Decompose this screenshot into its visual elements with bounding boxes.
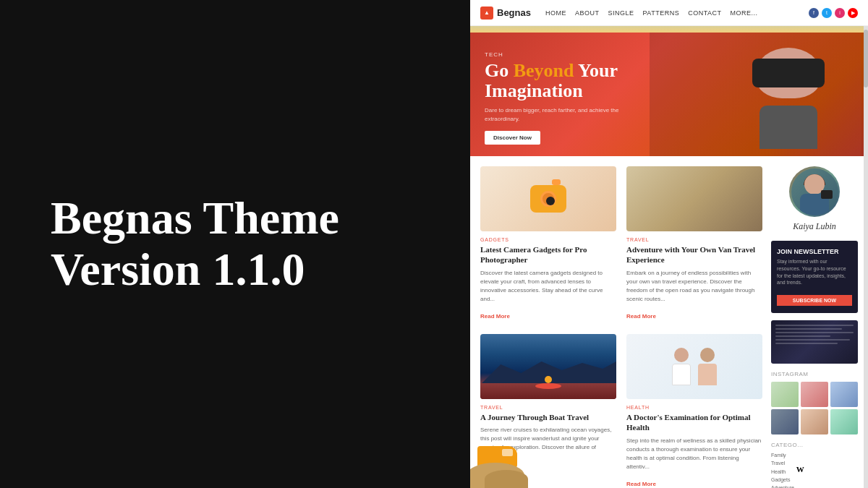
patient-figure xyxy=(698,348,717,385)
abstract-line-4 xyxy=(775,335,830,337)
left-panel: Begnas Theme Version 1.1.0 xyxy=(0,0,470,488)
browser-window: ▲ Begnas HOME ABOUT SINGLE PATTERNS CONT… xyxy=(470,0,868,488)
discover-now-button[interactable]: Discover Now xyxy=(485,131,540,145)
abstract-line-5 xyxy=(775,339,850,341)
post-card-1: GADGETS Latest Camera Gadgets for Pro Ph… xyxy=(480,166,616,324)
navbar-nav: HOME ABOUT SINGLE PATTERNS CONTACT MORE.… xyxy=(545,9,809,17)
abstract-line-1 xyxy=(775,325,854,326)
posts-grid: GADGETS Latest Camera Gadgets for Pro Ph… xyxy=(480,166,762,488)
brand-icon: ▲ xyxy=(480,7,493,20)
instagram-item-3[interactable] xyxy=(830,382,858,407)
vr-headset xyxy=(752,59,825,87)
post-4-read-more[interactable]: Read More xyxy=(626,481,656,487)
vr-body xyxy=(760,106,817,149)
post-2-category: TRAVEL xyxy=(626,237,762,242)
title-line-1: Begnas Theme xyxy=(51,192,339,244)
instagram-grid xyxy=(771,382,858,435)
river-bg xyxy=(480,334,616,399)
right-panel: ▲ Begnas HOME ABOUT SINGLE PATTERNS CONT… xyxy=(470,0,868,488)
nav-patterns[interactable]: PATTERNS xyxy=(643,9,680,17)
abstract-lines xyxy=(775,325,854,359)
scrollbar-thumb[interactable] xyxy=(864,30,868,87)
post-thumb-2 xyxy=(626,166,762,231)
camera-flash xyxy=(552,179,561,185)
instagram-item-2[interactable] xyxy=(801,382,828,407)
title-line-2: Version 1.1.0 xyxy=(51,244,305,295)
navbar: ▲ Begnas HOME ABOUT SINGLE PATTERNS CONT… xyxy=(470,0,868,26)
youtube-icon[interactable]: ▶ xyxy=(848,8,858,18)
nav-single[interactable]: SINGLE xyxy=(608,9,634,17)
newsletter-box: JOIN NEWSLETTER Stay informed with our r… xyxy=(771,241,858,313)
camera-lens-inner xyxy=(546,197,555,205)
post-thumb-1 xyxy=(480,166,616,231)
hero-title: Go Beyond YourImagination xyxy=(485,61,673,102)
post-2-excerpt: Embark on a journey of endless possibili… xyxy=(626,269,762,304)
hero-subtitle: Dare to dream bigger, reach farther, and… xyxy=(485,106,644,124)
author-name: Kaiya Lubin xyxy=(771,221,858,232)
navbar-social: f t i ▶ xyxy=(809,8,858,18)
brand-name: Begnas xyxy=(497,7,531,18)
patient-torso xyxy=(698,364,717,385)
author-person-image xyxy=(791,168,838,215)
author-card: Kaiya Lubin xyxy=(771,166,858,232)
hero-image xyxy=(716,26,861,156)
post-4-category: HEALTH xyxy=(626,405,762,410)
author-avatar xyxy=(789,166,840,217)
hero-title-highlight: Beyond xyxy=(514,60,574,81)
post-card-4: HEALTH A Doctor's Examination for Optima… xyxy=(626,334,762,488)
camera-lens xyxy=(540,191,556,207)
kayak-paddler xyxy=(545,376,552,383)
vr-person xyxy=(731,33,846,149)
categories-label: CATEGO... xyxy=(771,442,858,448)
sidebar: Kaiya Lubin JOIN NEWSLETTER Stay informe… xyxy=(771,166,858,488)
post-1-excerpt: Discover the latest camera gadgets desig… xyxy=(480,269,616,304)
kayak-wrap xyxy=(535,382,561,389)
nav-about[interactable]: ABOUT xyxy=(575,9,600,17)
nav-home[interactable]: HOME xyxy=(545,9,566,17)
scrollbar-track xyxy=(864,26,868,488)
instagram-item-6[interactable] xyxy=(830,409,858,435)
abstract-line-6 xyxy=(775,343,838,344)
post-2-title: Adventure with Your Own Van Travel Exper… xyxy=(626,244,762,265)
website-preview[interactable]: ▲ Begnas HOME ABOUT SINGLE PATTERNS CONT… xyxy=(470,0,868,488)
main-title: Begnas Theme Version 1.1.0 xyxy=(51,193,339,295)
post-thumb-4 xyxy=(626,334,762,399)
post-1-read-more[interactable]: Read More xyxy=(480,313,510,320)
sidebar-abstract-image xyxy=(771,320,858,364)
abstract-line-2 xyxy=(775,328,842,330)
post-1-title: Latest Camera Gadgets for Pro Photograph… xyxy=(480,244,616,265)
author-camera xyxy=(821,190,833,199)
newsletter-title: JOIN NEWSLETTER xyxy=(777,248,852,255)
instagram-item-5[interactable] xyxy=(801,409,828,435)
navbar-logo[interactable]: ▲ Begnas xyxy=(480,7,531,20)
doctor-figure xyxy=(672,348,691,385)
post-4-title: A Doctor's Examination for Optimal Healt… xyxy=(626,412,762,433)
doctor-torso xyxy=(672,364,691,385)
watermark-text: ArtifyWeb xyxy=(811,463,854,475)
facebook-icon[interactable]: f xyxy=(809,8,819,18)
post-3-title: A Journey Through Boat Travel xyxy=(480,412,616,422)
post-1-category: GADGETS xyxy=(480,237,616,242)
watermark-logo: W xyxy=(793,463,807,475)
post-2-read-more[interactable]: Read More xyxy=(626,313,656,320)
subscribe-button[interactable]: SUBSCRIBE NOW xyxy=(777,295,852,306)
abstract-line-3 xyxy=(775,332,854,333)
instagram-label: INSTAGRAM xyxy=(771,371,858,377)
instagram-item-1[interactable] xyxy=(771,382,799,407)
post-4-excerpt: Step into the realm of wellness as a ski… xyxy=(626,437,762,471)
hero-section: TECH Go Beyond YourImagination Dare to d… xyxy=(470,26,868,156)
doctor-bg xyxy=(626,334,762,399)
watermark: W ArtifyWeb xyxy=(793,463,854,475)
post-card-2: TRAVEL Adventure with Your Own Van Trave… xyxy=(626,166,762,324)
instagram-item-4[interactable] xyxy=(771,409,799,435)
nav-more[interactable]: MORE... xyxy=(731,9,758,17)
instagram-icon[interactable]: i xyxy=(835,8,845,18)
nav-contact[interactable]: CONTACT xyxy=(688,9,721,17)
camera-shape xyxy=(530,185,566,213)
patient-head xyxy=(700,348,715,362)
post-thumb-3 xyxy=(480,334,616,399)
twitter-icon[interactable]: t xyxy=(822,8,832,18)
kayak xyxy=(535,383,561,389)
post-3-category: TRAVEL xyxy=(480,405,616,410)
doctor-head xyxy=(674,348,689,362)
